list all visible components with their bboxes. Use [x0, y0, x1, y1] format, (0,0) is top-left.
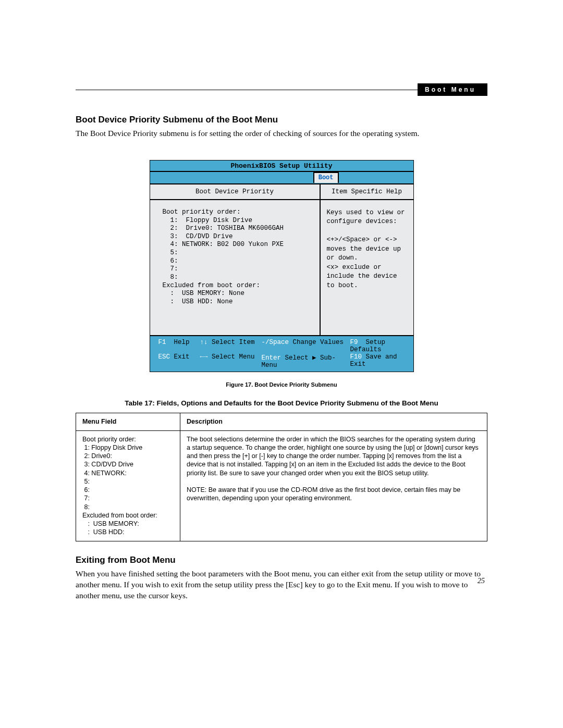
header-bar: Boot Menu — [76, 83, 487, 96]
bios-tab-boot: Boot — [313, 172, 339, 183]
exit-heading: Exiting from Boot Menu — [76, 555, 487, 565]
page-number: 25 — [478, 577, 485, 585]
bios-footer: F1 Help ↑↓ Select Item -/Space Change Va… — [150, 335, 413, 372]
table-header-menu-field: Menu Field — [76, 413, 180, 430]
exit-body: When you have finished setting the boot … — [76, 569, 487, 601]
info-table: Menu Field Description Boot priority ord… — [76, 413, 487, 541]
figure-caption: Figure 17. Boot Device Priority Submenu — [76, 381, 487, 388]
section-title: Boot Device Priority Submenu of the Boot… — [76, 115, 487, 125]
document-page: Boot Menu Boot Device Priority Submenu o… — [0, 0, 563, 632]
bios-screenshot: PhoenixBIOS Setup Utility Boot Boot Devi… — [150, 160, 414, 373]
table-cell-description: The boot selections determine the order … — [180, 430, 487, 541]
header-rule — [76, 90, 418, 90]
table-header-description: Description — [180, 413, 487, 430]
table-row: Boot priority order: 1: Floppy Disk Driv… — [76, 430, 487, 541]
bios-help-text: Keys used to view or configure devices: … — [321, 200, 413, 320]
bios-boot-order: Boot priority order: 1: Floppy Disk Driv… — [150, 200, 320, 336]
table-cell-menu-field: Boot priority order: 1: Floppy Disk Driv… — [76, 430, 180, 541]
table-caption: Table 17: Fields, Options and Defaults f… — [76, 399, 487, 407]
header-tag: Boot Menu — [418, 83, 487, 96]
bios-right-header: Item Specific Help — [321, 184, 413, 200]
bios-title: PhoenixBIOS Setup Utility — [150, 161, 413, 172]
bios-tab-row: Boot — [150, 172, 413, 184]
bios-left-header: Boot Device Priority — [150, 184, 320, 200]
section-intro: The Boot Device Priority submenu is for … — [76, 128, 487, 139]
